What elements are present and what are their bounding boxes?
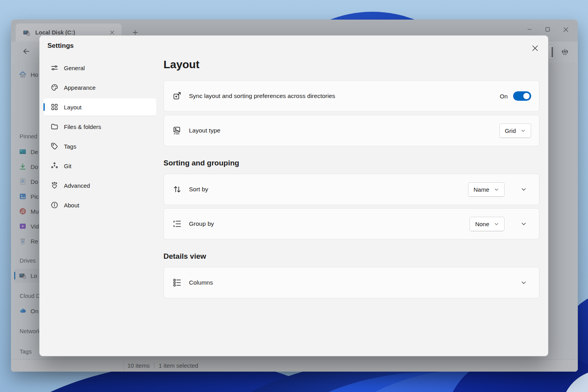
folder-icon [51,123,58,131]
chevron-down-icon [521,186,527,192]
dropdown-value: None [475,221,489,227]
dropdown-value: Name [474,186,489,193]
nav-item-layout[interactable]: Layout [44,98,156,116]
desktop: Local Disk (C:) [0,0,588,392]
nav-item-label: Tags [64,143,76,150]
chevron-down-icon [521,221,527,227]
palette-icon [51,83,58,91]
sort-expander-button[interactable] [516,182,531,197]
tag-icon [51,142,58,150]
grid-icon [51,103,58,111]
nav-item-label: Layout [64,104,82,111]
advanced-icon [51,181,58,189]
nav-item-label: Advanced [64,182,90,189]
card-label: Columns [189,279,213,286]
dialog-title: Settings [47,42,74,50]
columns-icon [172,278,182,287]
nav-item-label: General [64,65,85,71]
nav-item-label: Files & folders [64,123,101,130]
info-icon [51,201,58,209]
section-details-view: Details view [163,251,539,261]
columns-expander-button[interactable] [516,275,531,290]
card-label: Sync layout and sorting preferences acro… [189,93,335,100]
layout-type-icon [172,126,182,135]
page-title: Layout [163,58,539,72]
sync-toggle[interactable] [513,91,531,101]
chevron-down-icon [521,128,526,133]
sort-icon [172,185,182,194]
dropdown-value: Grid [505,127,516,134]
nav-item-git[interactable]: Git [44,157,156,174]
card-label: Sort by [189,186,208,193]
toggle-state-label: On [500,93,508,100]
sort-by-dropdown[interactable]: Name [468,182,505,197]
layout-type-dropdown[interactable]: Grid [499,123,531,138]
nav-item-files-folders[interactable]: Files & folders [44,118,156,135]
group-by-dropdown[interactable]: None [470,217,505,231]
sync-preferences-card: Sync layout and sorting preferences acro… [163,80,539,112]
settings-dialog: Settings General Appearance [39,35,548,356]
chevron-down-icon [494,221,499,227]
nav-item-label: Appearance [64,84,96,91]
group-expander-button[interactable] [516,216,531,231]
nav-item-advanced[interactable]: Advanced [44,177,156,194]
card-label: Group by [189,220,214,227]
close-icon [532,45,538,51]
chevron-down-icon [494,187,499,192]
nav-item-label: Git [64,163,71,169]
git-icon [51,162,58,170]
group-by-card: Group by None [163,208,539,240]
dialog-close-button[interactable] [528,41,543,56]
section-sorting-grouping: Sorting and grouping [163,158,539,168]
nav-item-general[interactable]: General [44,59,156,76]
group-by-icon [172,219,182,229]
toggle-knob [523,93,530,99]
card-label: Layout type [189,127,220,134]
chevron-down-icon [521,279,527,286]
settings-nav: General Appearance Layout [44,59,156,216]
nav-item-appearance[interactable]: Appearance [44,79,156,96]
settings-content: Layout Sync layout and sorting preferenc… [163,58,539,298]
sort-by-card: Sort by Name [163,174,539,205]
nav-item-about[interactable]: About [44,196,156,214]
nav-item-label: About [64,202,79,209]
selection-indicator [44,103,45,111]
layout-type-card: Layout type Grid [163,115,539,146]
sync-layout-icon [172,91,182,101]
nav-item-tags[interactable]: Tags [44,138,156,155]
sliders-icon [51,64,58,72]
columns-card: Columns [163,267,539,298]
